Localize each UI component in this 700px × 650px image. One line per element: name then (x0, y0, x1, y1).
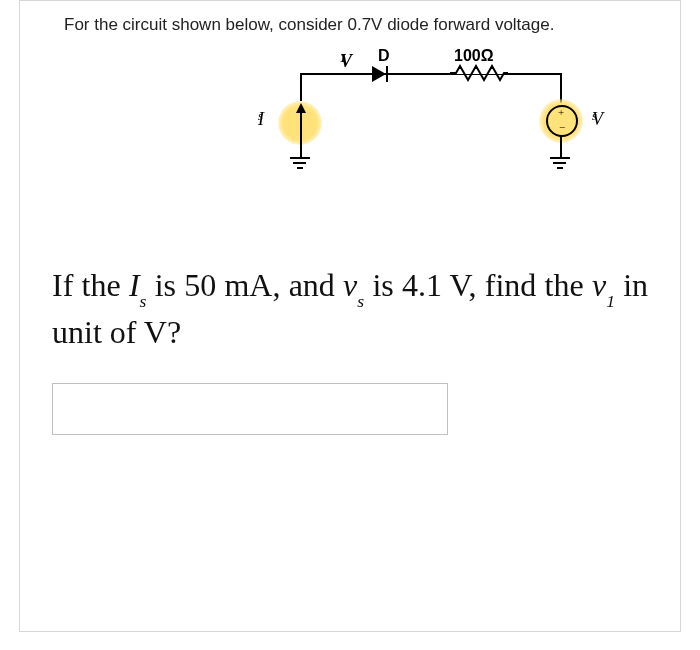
diode-ext-icon (388, 73, 394, 75)
question-card: For the circuit shown below, consider 0.… (19, 0, 681, 632)
wire-top (300, 73, 560, 75)
q-var3: v (592, 267, 606, 303)
problem-intro: For the circuit shown below, consider 0.… (20, 1, 680, 43)
diode-icon (372, 66, 386, 82)
q-t1: If the (52, 267, 129, 303)
question-text: If the Is is 50 mA, and vs is 4.1 V, fin… (20, 223, 680, 355)
resistor-label: 100Ω (454, 47, 494, 65)
current-source-sub: s (258, 109, 263, 124)
wire-left-lower (300, 131, 302, 157)
wire-right-lower (560, 135, 562, 157)
voltage-source-minus: − (559, 121, 565, 133)
answer-input[interactable] (52, 383, 448, 435)
q-var1: I (129, 267, 140, 303)
diode-label: D (378, 47, 390, 65)
current-source-arrow-icon (296, 103, 306, 113)
voltage-source-sub: s (592, 109, 597, 124)
current-source-arrow-stem (300, 113, 302, 131)
v1-sub: 1 (340, 51, 346, 66)
q-var3-sub: 1 (606, 291, 615, 311)
q-var1-sub: s (140, 291, 147, 311)
voltage-source-plus: + (558, 106, 564, 118)
q-t2: is 50 mA, and (155, 267, 343, 303)
q-var2-sub: s (357, 291, 364, 311)
voltage-source-icon: + − (546, 105, 578, 137)
circuit-diagram: Is V1 D 100Ω + − (20, 43, 680, 223)
q-t3: is 4.1 V, find the (372, 267, 592, 303)
q-var2: v (343, 267, 357, 303)
wire-left-upper (300, 73, 302, 101)
